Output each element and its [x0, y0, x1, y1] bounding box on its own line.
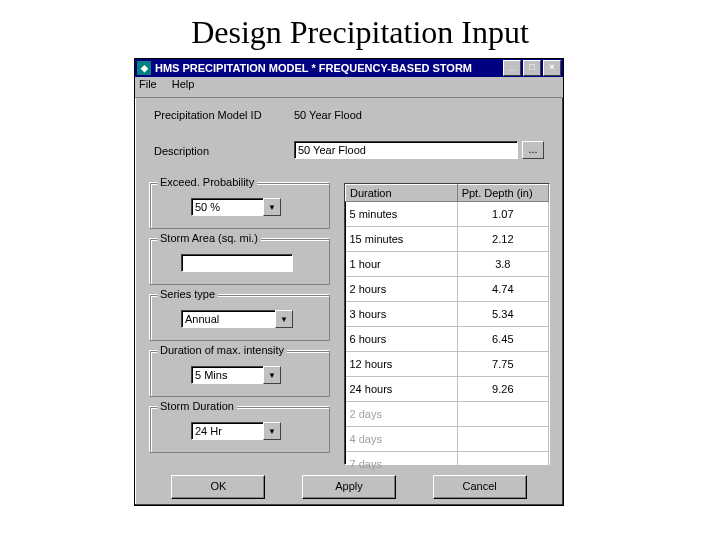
menu-file[interactable]: File	[139, 78, 157, 90]
max-intensity-select[interactable]: 5 Mins ▼	[191, 366, 281, 384]
table-row[interactable]: 6 hours6.45	[346, 327, 549, 352]
cell-depth[interactable]: 1.07	[457, 202, 548, 227]
exceed-probability-value: 50 %	[191, 198, 263, 216]
group-exceed-probability: Exceed. Probability 50 % ▼	[150, 183, 330, 229]
menu-help[interactable]: Help	[172, 78, 195, 90]
group-series-type: Series type Annual ▼	[150, 295, 330, 341]
table-row[interactable]: 2 hours4.74	[346, 277, 549, 302]
table-row[interactable]: 7 days	[346, 452, 549, 477]
duration-depth-table[interactable]: Duration Ppt. Depth (in) 5 minutes1.0715…	[344, 183, 550, 465]
cell-depth[interactable]: 7.75	[457, 352, 548, 377]
cell-duration[interactable]: 24 hours	[346, 377, 458, 402]
value-model-id: 50 Year Flood	[294, 109, 362, 121]
storm-duration-value: 24 Hr	[191, 422, 263, 440]
cell-depth[interactable]: 4.74	[457, 277, 548, 302]
table-row[interactable]: 2 days	[346, 402, 549, 427]
close-button[interactable]: ×	[543, 60, 561, 76]
app-icon: ◆	[137, 61, 151, 75]
cell-duration[interactable]: 2 days	[346, 402, 458, 427]
description-input[interactable]: 50 Year Flood	[294, 141, 518, 159]
menubar: File Help	[135, 77, 563, 98]
chevron-down-icon[interactable]: ▼	[263, 422, 281, 440]
col-duration: Duration	[346, 185, 458, 202]
group-title-series: Series type	[157, 288, 218, 300]
cancel-button[interactable]: Cancel	[433, 475, 527, 499]
dialog-window: ◆ HMS PRECIPITATION MODEL * FREQUENCY-BA…	[134, 58, 564, 506]
cell-depth[interactable]: 3.8	[457, 252, 548, 277]
series-type-value: Annual	[181, 310, 275, 328]
cell-duration[interactable]: 4 days	[346, 427, 458, 452]
table-row[interactable]: 15 minutes2.12	[346, 227, 549, 252]
group-storm-duration: Storm Duration 24 Hr ▼	[150, 407, 330, 453]
cell-depth[interactable]: 5.34	[457, 302, 548, 327]
maximize-button[interactable]: □	[523, 60, 541, 76]
cell-depth[interactable]: 6.45	[457, 327, 548, 352]
label-description: Description	[154, 145, 209, 157]
titlebar[interactable]: ◆ HMS PRECIPITATION MODEL * FREQUENCY-BA…	[135, 59, 563, 77]
button-bar: OK Apply Cancel	[135, 475, 563, 499]
group-title-area: Storm Area (sq. mi.)	[157, 232, 261, 244]
label-model-id: Precipitation Model ID	[154, 109, 262, 121]
cell-depth[interactable]	[457, 427, 548, 452]
description-browse-button[interactable]: ...	[522, 141, 544, 159]
table-row[interactable]: 3 hours5.34	[346, 302, 549, 327]
table-row[interactable]: 12 hours7.75	[346, 352, 549, 377]
cell-duration[interactable]: 6 hours	[346, 327, 458, 352]
table-row[interactable]: 24 hours9.26	[346, 377, 549, 402]
apply-button[interactable]: Apply	[302, 475, 396, 499]
storm-duration-select[interactable]: 24 Hr ▼	[191, 422, 281, 440]
table-row[interactable]: 5 minutes1.07	[346, 202, 549, 227]
cell-duration[interactable]: 1 hour	[346, 252, 458, 277]
table-header-row: Duration Ppt. Depth (in)	[346, 185, 549, 202]
table-row[interactable]: 4 days	[346, 427, 549, 452]
cell-depth[interactable]: 9.26	[457, 377, 548, 402]
cell-duration[interactable]: 7 days	[346, 452, 458, 477]
cell-duration[interactable]: 15 minutes	[346, 227, 458, 252]
cell-duration[interactable]: 12 hours	[346, 352, 458, 377]
group-max-intensity: Duration of max. intensity 5 Mins ▼	[150, 351, 330, 397]
group-title-duration: Storm Duration	[157, 400, 237, 412]
chevron-down-icon[interactable]: ▼	[263, 366, 281, 384]
table-row[interactable]: 1 hour3.8	[346, 252, 549, 277]
group-title-exceed: Exceed. Probability	[157, 176, 257, 188]
cell-duration[interactable]: 3 hours	[346, 302, 458, 327]
group-title-maxint: Duration of max. intensity	[157, 344, 287, 356]
exceed-probability-select[interactable]: 50 % ▼	[191, 198, 281, 216]
max-intensity-value: 5 Mins	[191, 366, 263, 384]
client-area: Precipitation Model ID 50 Year Flood Des…	[138, 97, 560, 471]
page-title: Design Precipitation Input	[0, 14, 720, 51]
minimize-button[interactable]: _	[503, 60, 521, 76]
cell-depth[interactable]	[457, 452, 548, 477]
group-storm-area: Storm Area (sq. mi.)	[150, 239, 330, 285]
cell-depth[interactable]	[457, 402, 548, 427]
series-type-select[interactable]: Annual ▼	[181, 310, 293, 328]
chevron-down-icon[interactable]: ▼	[263, 198, 281, 216]
window-title: HMS PRECIPITATION MODEL * FREQUENCY-BASE…	[155, 62, 501, 74]
storm-area-input[interactable]	[181, 254, 293, 272]
ok-button[interactable]: OK	[171, 475, 265, 499]
chevron-down-icon[interactable]: ▼	[275, 310, 293, 328]
cell-duration[interactable]: 5 minutes	[346, 202, 458, 227]
cell-duration[interactable]: 2 hours	[346, 277, 458, 302]
cell-depth[interactable]: 2.12	[457, 227, 548, 252]
col-depth: Ppt. Depth (in)	[457, 185, 548, 202]
